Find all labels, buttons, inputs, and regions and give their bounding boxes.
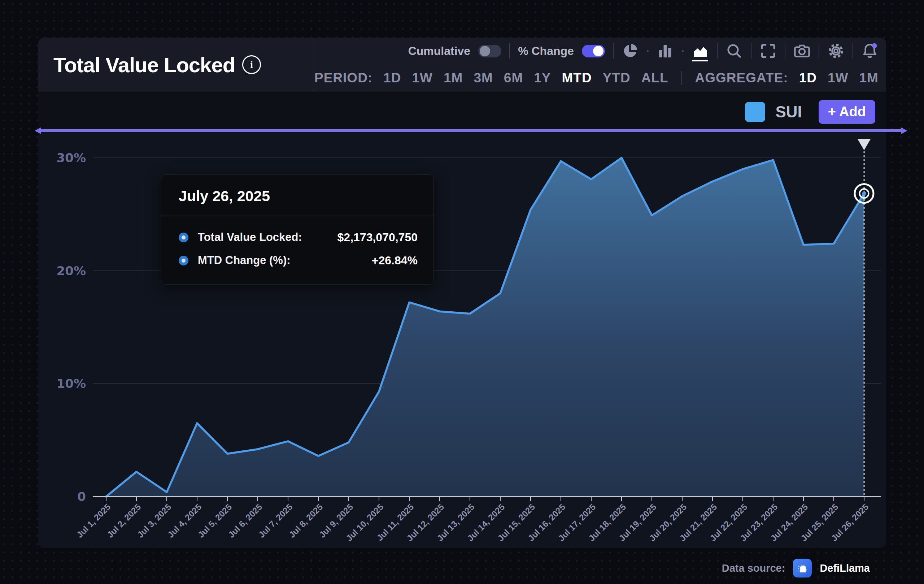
area-chart-icon[interactable] [691, 42, 709, 60]
tooltip-date: July 26, 2025 [161, 175, 434, 216]
divider [818, 43, 819, 58]
series-name-sui: SUI [775, 103, 802, 121]
divider [853, 43, 853, 58]
data-source-label: Data source: [722, 562, 785, 574]
toggle-knob [480, 46, 490, 56]
page-title: Total Value Locked [53, 53, 235, 77]
divider [785, 43, 785, 58]
period-option-3m[interactable]: 3M [474, 70, 493, 86]
aggregate-options: 1D1W1M [799, 70, 878, 86]
panel-header: Total Value Locked i Cumulative % Change [38, 38, 886, 93]
pie-chart-icon[interactable] [622, 42, 639, 60]
tooltip-body: Total Value Locked: $2,173,070,750 MTD C… [161, 216, 434, 284]
controls-row: Cumulative % Change [314, 38, 886, 64]
tooltip-row-label: Total Value Locked: [198, 231, 302, 244]
series-swatch-sui[interactable] [745, 102, 765, 122]
info-icon[interactable]: i [242, 55, 261, 74]
add-series-button[interactable]: + Add [818, 100, 875, 124]
period-option-1d[interactable]: 1D [383, 70, 401, 86]
header-controls: Cumulative % Change [314, 38, 886, 92]
aggregate-option-1w[interactable]: 1W [828, 70, 848, 86]
settings-icon[interactable] [827, 42, 845, 60]
toggle-knob [593, 46, 604, 56]
camera-icon[interactable] [793, 42, 811, 60]
defillama-logo-icon[interactable] [793, 559, 812, 577]
series-dot-icon [179, 233, 188, 242]
period-option-1y[interactable]: 1Y [534, 70, 551, 86]
tooltip-row-label: MTD Change (%): [198, 254, 290, 267]
divider [613, 43, 614, 58]
divider [509, 43, 510, 58]
title-area: Total Value Locked i [38, 38, 314, 92]
data-source-footer: Data source: DefiLlama [722, 557, 870, 580]
divider [717, 43, 718, 58]
legend-row: SUI + Add [38, 93, 886, 131]
period-option-mtd[interactable]: MTD [562, 70, 592, 86]
bar-chart-icon[interactable] [657, 42, 674, 60]
aggregate-option-1m[interactable]: 1M [859, 70, 878, 86]
period-label: PERIOD: [314, 70, 373, 86]
tvl-chart-panel: Total Value Locked i Cumulative % Change [38, 38, 886, 548]
cumulative-toggle[interactable] [478, 45, 502, 58]
divider [681, 71, 682, 85]
search-icon[interactable] [726, 42, 743, 60]
notifications-icon[interactable] [861, 42, 878, 60]
data-source-name: DefiLlama [820, 562, 870, 574]
chart-tooltip: July 26, 2025 Total Value Locked: $2,173… [161, 174, 434, 285]
divider [751, 43, 751, 58]
period-row: PERIOD: 1D1W1M3M6M1YMTDYTDALL AGGREGATE:… [314, 64, 886, 92]
series-dot-icon [179, 256, 188, 265]
aggregate-label: AGGREGATE: [695, 70, 788, 86]
tooltip-row-value: $2,173,070,750 [337, 231, 417, 244]
notification-badge [872, 43, 877, 48]
tooltip-row: MTD Change (%): +26.84% [179, 249, 417, 272]
chart-range-slider[interactable] [40, 129, 902, 132]
tooltip-row: Total Value Locked: $2,173,070,750 [179, 226, 417, 249]
percent-change-toggle[interactable] [582, 45, 605, 58]
period-option-all[interactable]: ALL [641, 70, 668, 86]
period-option-1m[interactable]: 1M [444, 70, 463, 86]
percent-change-label: % Change [518, 45, 574, 58]
cumulative-label: Cumulative [408, 45, 470, 58]
period-options: 1D1W1M3M6M1YMTDYTDALL [383, 70, 668, 86]
aggregate-option-1d[interactable]: 1D [799, 70, 817, 86]
dot-separator [682, 50, 684, 52]
fullscreen-icon[interactable] [759, 42, 777, 60]
dot-separator [647, 50, 648, 52]
period-option-ytd[interactable]: YTD [603, 70, 630, 86]
period-option-6m[interactable]: 6M [504, 70, 523, 86]
tooltip-row-value: +26.84% [372, 254, 417, 267]
period-option-1w[interactable]: 1W [412, 70, 433, 86]
